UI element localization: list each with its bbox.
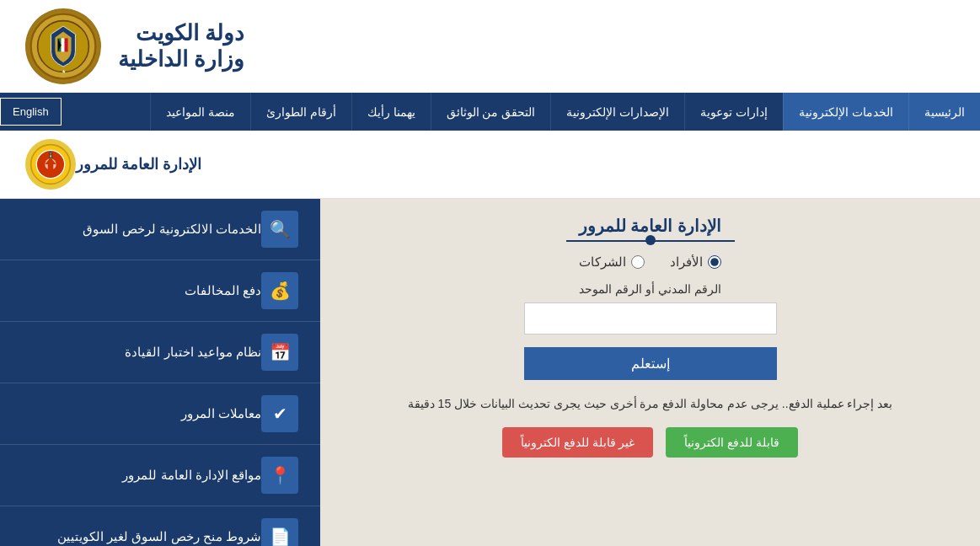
nav-item-appointments[interactable]: منصة المواعيد [150, 93, 250, 131]
input-label: الرقم المدني أو الرقم الموحد [345, 282, 955, 296]
nav-item-verify-documents[interactable]: التحقق من الوثائق [431, 93, 551, 131]
header-title-line1: دولة الكويت [118, 20, 244, 46]
nav-item-electronic-releases[interactable]: الإصدارات الإلكترونية [550, 93, 684, 131]
action-buttons: قابلة للدفع الكترونياً غير قابلة للدفع ا… [345, 427, 955, 458]
english-button[interactable]: English [0, 98, 62, 126]
submit-button[interactable]: إستعلم [524, 347, 777, 380]
radio-companies[interactable]: الشركات [579, 254, 645, 270]
page-header-title: الإدارة العامة للمرور [76, 155, 201, 174]
main-area: الإدارة العامة للمرور الأفراد الشركات ال… [320, 199, 980, 546]
sidebar-icon-license-services: 🔍 [261, 211, 298, 248]
radio-group: الأفراد الشركات [345, 254, 955, 270]
sidebar-label-pay-violations: دفع المخالفات [13, 283, 261, 298]
sidebar-item-traffic-transactions[interactable]: ✔ معاملات المرور [0, 383, 320, 445]
sidebar-label-traffic-locations: مواقع الإدارة العامة للمرور [13, 468, 261, 483]
nav-item-emergency[interactable]: أرقام الطوارئ [250, 93, 351, 131]
radio-individuals[interactable]: الأفراد [670, 254, 721, 270]
sidebar-icon-non-kuwaiti-license: 📄 [261, 518, 298, 546]
non-electronic-payment-button[interactable]: غير قابلة للدفع الكترونياً [502, 427, 654, 458]
sidebar-icon-traffic-transactions: ✔ [261, 395, 298, 432]
page-content: الإدارة العامة للمرور الأفراد الشركات ال… [0, 199, 980, 546]
radio-individuals-input[interactable] [708, 255, 721, 269]
sidebar-label-traffic-transactions: معاملات المرور [13, 406, 261, 421]
svg-rect-4 [65, 38, 68, 51]
nav-item-electronic-services[interactable]: الخدمات الإلكترونية [783, 93, 908, 131]
ministry-emblem: ★ [25, 8, 101, 84]
traffic-logo: 🚦 [25, 139, 76, 190]
radio-companies-label: الشركات [579, 254, 626, 270]
sidebar-label-non-kuwaiti-license: شروط منح رخص السوق لغير الكويتيين [13, 529, 261, 544]
header-text: دولة الكويت وزارة الداخلية [118, 20, 244, 72]
section-title: الإدارة العامة للمرور [345, 216, 955, 236]
header-title-line2: وزارة الداخلية [118, 46, 244, 72]
sidebar-icon-driving-test: 📅 [261, 334, 298, 371]
sidebar-items-container: 🔍 الخدمات الالكترونية لرخص السوق 💰 دفع ا… [0, 199, 320, 546]
svg-rect-3 [62, 38, 65, 51]
sidebar-label-license-services: الخدمات الالكترونية لرخص السوق [13, 222, 261, 237]
sidebar-item-non-kuwaiti-license[interactable]: 📄 شروط منح رخص السوق لغير الكويتيين [0, 506, 320, 546]
right-sidebar: 🔍 الخدمات الالكترونية لرخص السوق 💰 دفع ا… [0, 199, 320, 546]
info-text: بعد إجراء عملية الدفع.. يرجى عدم محاولة … [345, 397, 955, 410]
nav-item-your-opinion[interactable]: يهمنا رأيك [351, 93, 431, 131]
section-title-underline [566, 240, 735, 242]
sidebar-icon-pay-violations: 💰 [261, 272, 298, 309]
sidebar-item-license-services[interactable]: 🔍 الخدمات الالكترونية لرخص السوق [0, 199, 320, 260]
sidebar-label-driving-test: نظام مواعيد اختبار القيادة [13, 345, 261, 360]
svg-text:★: ★ [62, 68, 66, 74]
electronic-payment-button[interactable]: قابلة للدفع الكترونياً [666, 427, 798, 458]
nav-item-awareness[interactable]: إدارات توعوية [684, 93, 783, 131]
main-nav: الرئيسية الخدمات الإلكترونية إدارات توعو… [0, 93, 980, 131]
radio-companies-input[interactable] [631, 255, 645, 269]
sidebar-item-driving-test[interactable]: 📅 نظام مواعيد اختبار القيادة [0, 322, 320, 383]
radio-individuals-label: الأفراد [670, 254, 703, 270]
nav-item-home[interactable]: الرئيسية [908, 93, 980, 131]
page-header-bar: الإدارة العامة للمرور 🚦 [0, 131, 980, 199]
sidebar-icon-traffic-locations: 📍 [261, 457, 298, 494]
sidebar-item-traffic-locations[interactable]: 📍 مواقع الإدارة العامة للمرور [0, 445, 320, 506]
civil-number-input[interactable] [524, 302, 777, 335]
sidebar-item-pay-violations[interactable]: 💰 دفع المخالفات [0, 260, 320, 322]
header: دولة الكويت وزارة الداخلية ★ [0, 0, 980, 93]
